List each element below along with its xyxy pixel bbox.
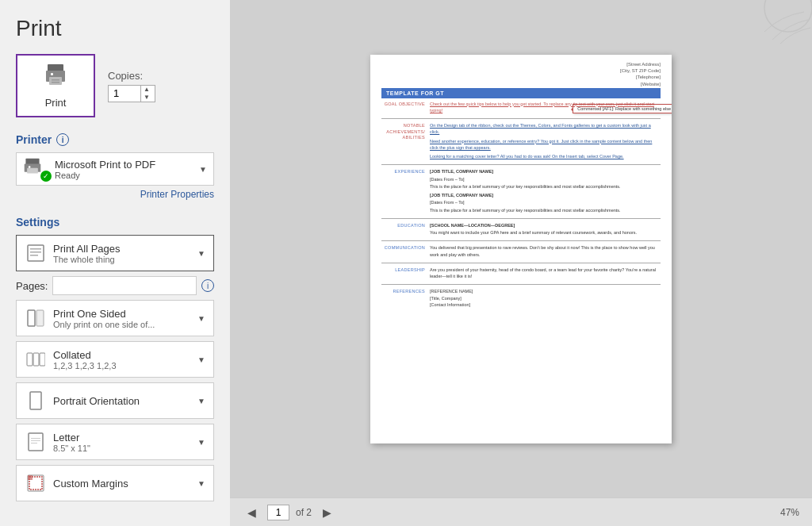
- collated-subtitle: 1,2,3 1,2,3 1,2,3: [53, 361, 191, 371]
- svg-rect-17: [33, 353, 39, 366]
- doc-communication-row: COMMUNICATION You delivered that big pre…: [381, 244, 661, 258]
- svg-rect-21: [31, 438, 40, 439]
- svg-rect-20: [29, 433, 43, 451]
- printer-status: Ready: [55, 171, 193, 180]
- svg-rect-23: [31, 443, 37, 443]
- print-all-pages-arrow: ▼: [197, 249, 205, 258]
- page-title: Print: [16, 16, 214, 41]
- print-one-sided-arrow: ▼: [197, 314, 205, 323]
- svg-rect-16: [27, 353, 33, 366]
- portrait-setting[interactable]: Portrait Orientation ▼: [16, 382, 214, 419]
- custom-margins-title: Custom Margins: [53, 478, 191, 490]
- svg-rect-19: [30, 392, 41, 409]
- print-one-sided-subtitle: Only print on one side of...: [53, 320, 191, 329]
- svg-rect-13: [30, 255, 38, 256]
- copies-decrement[interactable]: ▼: [141, 94, 152, 102]
- printer-properties-link[interactable]: Printer Properties: [16, 189, 214, 200]
- print-all-pages-setting[interactable]: Print All Pages The whole thing ▼: [16, 235, 214, 271]
- page-number-input[interactable]: [267, 505, 289, 520]
- doc-content: GOAL OBJECTIVE Check out the few quick t…: [381, 101, 661, 436]
- svg-rect-5: [51, 73, 53, 75]
- collated-arrow: ▼: [197, 355, 205, 364]
- portrait-arrow: ▼: [197, 397, 205, 405]
- copies-input[interactable]: [109, 86, 140, 101]
- collated-icon: [25, 348, 47, 371]
- doc-education-body: [SCHOOL NAME—LOCATION—DEGREE] You might …: [430, 222, 661, 236]
- doc-divider-5: [381, 263, 661, 263]
- letter-title: Letter: [53, 432, 191, 443]
- pages-label: Pages:: [16, 280, 48, 292]
- custom-margins-arrow: ▼: [197, 479, 205, 488]
- custom-margins-setting[interactable]: Custom Margins ▼: [16, 465, 214, 501]
- doc-notable-row: NOTABLEACHIEVEMENTS/ABILITIES On the Des…: [381, 122, 661, 159]
- pages-row: Pages: i: [16, 276, 214, 295]
- copies-increment[interactable]: ▲: [141, 86, 152, 94]
- svg-rect-14: [28, 310, 35, 326]
- print-one-sided-setting[interactable]: Print One Sided Only print on one side o…: [16, 300, 214, 336]
- doc-goal-row: GOAL OBJECTIVE Check out the few quick t…: [381, 101, 661, 114]
- doc-communication-body: You delivered that big presentation to r…: [430, 244, 661, 258]
- svg-rect-15: [36, 310, 44, 326]
- svg-rect-10: [28, 245, 44, 261]
- prev-page-button[interactable]: ◀: [243, 505, 261, 520]
- doc-experience-label: EXPERIENCE: [381, 168, 425, 213]
- portrait-title: Portrait Orientation: [53, 395, 191, 407]
- svg-rect-26: [28, 475, 33, 480]
- svg-rect-9: [29, 166, 31, 168]
- printer-name: Microsoft Print to PDF: [55, 159, 193, 171]
- next-page-button[interactable]: ▶: [318, 505, 336, 520]
- collated-text: Collated 1,2,3 1,2,3 1,2,3: [53, 349, 191, 371]
- doc-education-label: EDUCATION: [381, 222, 425, 236]
- custom-margins-icon: [25, 472, 47, 494]
- portrait-text: Portrait Orientation: [53, 395, 191, 407]
- printer-check-icon: ✓: [40, 171, 52, 182]
- doc-template-bar: TEMPLATE FOR GT: [381, 88, 661, 98]
- pages-input[interactable]: [52, 276, 197, 295]
- doc-divider-1: [381, 118, 661, 119]
- print-one-sided-text: Print One Sided Only print on one side o…: [53, 308, 191, 329]
- portrait-icon: [25, 390, 47, 412]
- print-all-pages-icon: [25, 242, 47, 264]
- print-all-pages-title: Print All Pages: [53, 243, 191, 255]
- svg-rect-4: [52, 82, 59, 83]
- preview-nav: ◀ of 2 ▶ 47%: [230, 497, 812, 526]
- printer-icon-wrap: ✓: [23, 158, 48, 180]
- doc-references-body: [REFERENCE NAME] [Title, Company] [Conta…: [430, 288, 661, 308]
- doc-leadership-row: LEADERSHIP Are you president of your fra…: [381, 267, 661, 280]
- letter-subtitle: 8.5" x 11": [53, 443, 191, 453]
- doc-leadership-label: LEADERSHIP: [381, 267, 425, 280]
- collated-setting[interactable]: Collated 1,2,3 1,2,3 1,2,3 ▼: [16, 341, 214, 378]
- doc-references-row: REFERENCES [REFERENCE NAME] [Title, Comp…: [381, 288, 661, 308]
- svg-rect-2: [49, 77, 62, 85]
- print-button[interactable]: Print: [16, 54, 95, 117]
- print-button-label: Print: [45, 97, 67, 109]
- svg-rect-12: [30, 251, 41, 253]
- doc-divider-2: [381, 164, 661, 165]
- doc-divider-3: [381, 218, 661, 219]
- doc-notable-label: NOTABLEACHIEVEMENTS/ABILITIES: [381, 122, 425, 159]
- doc-divider-4: [381, 240, 661, 241]
- page-of-label: of 2: [296, 507, 312, 518]
- copies-spinners: ▲ ▼: [140, 86, 152, 102]
- printer-info-icon[interactable]: i: [56, 133, 69, 146]
- custom-margins-text: Custom Margins: [53, 478, 191, 490]
- letter-setting[interactable]: Letter 8.5" x 11" ▼: [16, 424, 214, 460]
- printer-icon: [43, 63, 68, 94]
- collated-title: Collated: [53, 349, 191, 361]
- printer-section-title: Printer i: [16, 133, 214, 146]
- zoom-level: 47%: [780, 507, 799, 518]
- doc-goal-label: GOAL OBJECTIVE: [381, 101, 425, 114]
- print-one-sided-icon: [25, 307, 47, 329]
- doc-goal-body: Check out the few quick tips below to he…: [430, 101, 661, 114]
- printer-dropdown[interactable]: ✓ Microsoft Print to PDF Ready ▼: [16, 152, 214, 186]
- letter-text: Letter 8.5" x 11": [53, 432, 191, 453]
- doc-experience-row: EXPERIENCE [JOB TITLE, COMPANY NAME] [Da…: [381, 168, 661, 213]
- print-all-pages-text: Print All Pages The whole thing: [53, 243, 191, 264]
- doc-communication-label: COMMUNICATION: [381, 244, 425, 258]
- pages-info-icon[interactable]: i: [201, 279, 214, 292]
- preview-panel: [Street Address] [City, ST ZIP Code] [Te…: [230, 0, 812, 526]
- doc-notable-body: On the Design tab of the ribbon, check o…: [430, 122, 661, 159]
- document-page: [Street Address] [City, ST ZIP Code] [Te…: [370, 55, 672, 443]
- doc-references-label: REFERENCES: [381, 288, 425, 308]
- settings-section-title: Settings: [16, 216, 214, 228]
